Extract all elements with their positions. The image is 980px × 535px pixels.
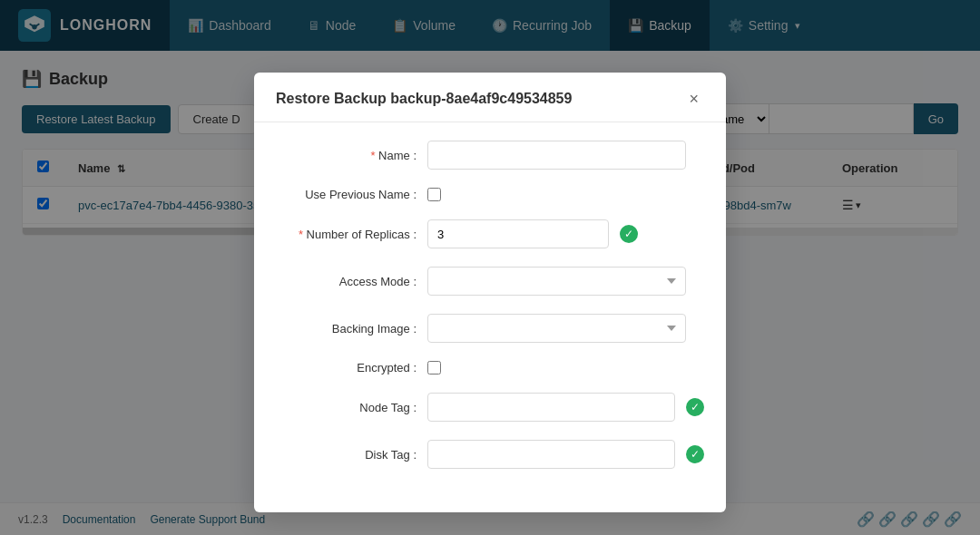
replicas-input[interactable]	[427, 219, 609, 248]
encrypted-row: Encrypted :	[276, 361, 704, 374]
name-input[interactable]	[427, 141, 686, 170]
restore-backup-modal: Restore Backup backup-8ae4af9c49534859 ×…	[254, 73, 726, 512]
disk-tag-label: Disk Tag :	[276, 448, 416, 462]
disk-tag-valid-icon: ✓	[686, 445, 704, 463]
encrypted-label: Encrypted :	[276, 361, 416, 374]
replicas-valid-icon: ✓	[620, 225, 638, 243]
use-previous-name-label: Use Previous Name :	[276, 188, 416, 201]
use-previous-name-row: Use Previous Name :	[276, 188, 704, 201]
backing-image-select[interactable]	[427, 314, 686, 343]
node-tag-row: Node Tag : ✓	[276, 393, 704, 422]
backing-image-row: Backing Image :	[276, 314, 704, 343]
name-label: Name :	[276, 149, 416, 162]
modal-close-button[interactable]: ×	[683, 89, 704, 109]
modal-header: Restore Backup backup-8ae4af9c49534859 ×	[254, 73, 726, 122]
backing-image-label: Backing Image :	[276, 322, 416, 336]
replicas-field-row: Number of Replicas : ✓	[276, 219, 704, 248]
disk-tag-input[interactable]	[427, 440, 675, 469]
node-tag-label: Node Tag :	[276, 401, 416, 414]
name-field-row: Name :	[276, 141, 704, 170]
encrypted-checkbox[interactable]	[427, 361, 441, 374]
modal-title: Restore Backup backup-8ae4af9c49534859	[276, 91, 572, 107]
disk-tag-row: Disk Tag : ✓	[276, 440, 704, 469]
replicas-label: Number of Replicas :	[276, 228, 416, 241]
access-mode-select[interactable]	[427, 267, 686, 296]
modal-overlay: Restore Backup backup-8ae4af9c49534859 ×…	[0, 0, 980, 535]
access-mode-label: Access Mode :	[276, 275, 416, 288]
node-tag-valid-icon: ✓	[686, 398, 704, 416]
use-previous-name-checkbox[interactable]	[427, 188, 441, 201]
node-tag-input[interactable]	[427, 393, 675, 422]
access-mode-row: Access Mode :	[276, 267, 704, 296]
modal-body: Name : Use Previous Name : Number of Rep…	[254, 122, 726, 512]
